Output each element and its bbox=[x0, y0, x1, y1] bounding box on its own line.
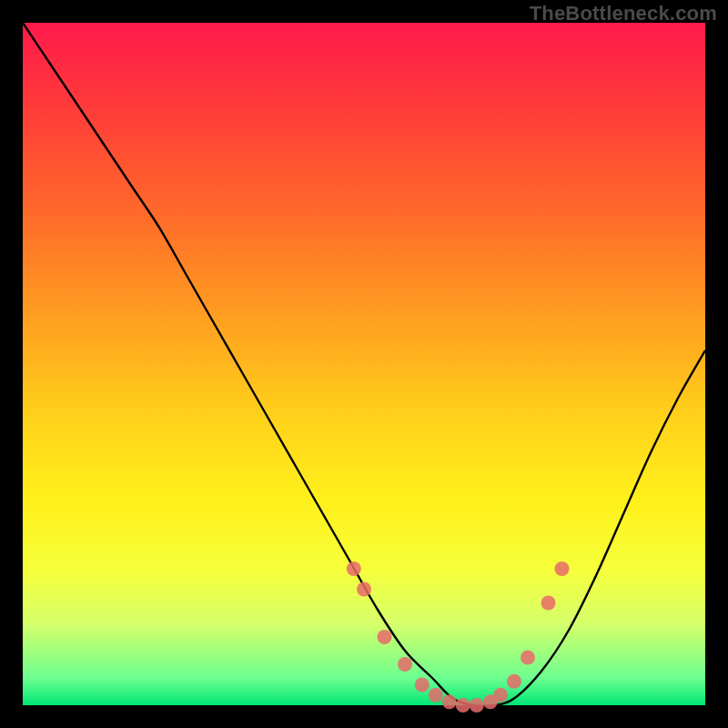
highlight-marker bbox=[507, 674, 521, 689]
highlight-marker bbox=[429, 688, 443, 703]
highlight-marker bbox=[378, 630, 392, 644]
bottleneck-curve bbox=[23, 23, 705, 706]
highlight-marker bbox=[493, 688, 508, 703]
chart-frame: TheBottleneck.com bbox=[0, 0, 728, 728]
plot-area bbox=[23, 23, 705, 705]
highlight-marker bbox=[398, 657, 412, 672]
chart-svg bbox=[23, 23, 705, 705]
highlight-marker bbox=[357, 582, 371, 597]
highlight-marker bbox=[347, 561, 361, 576]
highlight-marker bbox=[521, 651, 535, 665]
highlight-marker bbox=[415, 678, 430, 693]
highlight-marker bbox=[555, 561, 570, 576]
highlight-marker bbox=[456, 698, 470, 713]
highlight-marker bbox=[541, 596, 556, 611]
highlight-marker-group bbox=[347, 561, 570, 713]
highlight-marker bbox=[470, 698, 484, 713]
highlight-marker bbox=[442, 694, 457, 709]
